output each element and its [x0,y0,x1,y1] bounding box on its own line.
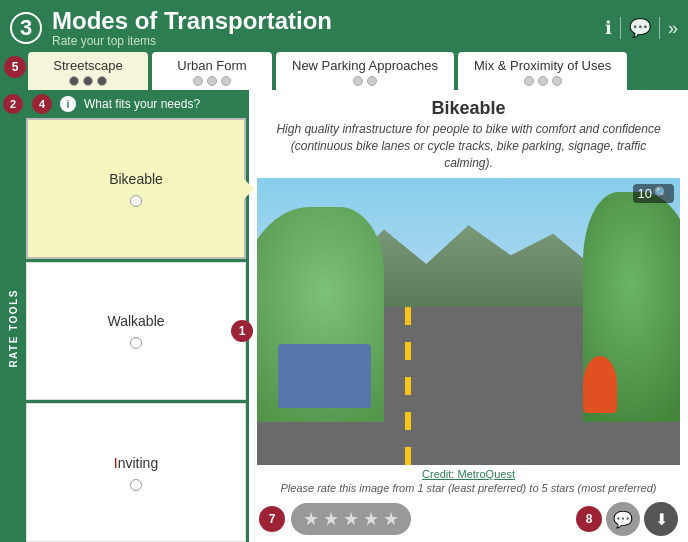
tab-streetscape-label: Streetscape [44,58,132,73]
star-1[interactable]: ★ [303,508,319,530]
page-title: Modes of Transportation [52,8,605,34]
tab-mix-proximity[interactable]: Mix & Proximity of Uses [458,52,627,90]
credit-link[interactable]: Credit: MetroQuest [249,465,688,481]
road-center-line [405,307,411,465]
info-text: What fits your needs? [84,97,200,111]
tab-streetscape[interactable]: Streetscape [28,52,148,90]
content-row: 2 RATE TOOLS 4 i What fits your needs? B… [0,90,688,542]
download-button[interactable]: ⬇ [644,502,678,536]
items-list: Bikeable 1 Walkable IInvitingnviting [26,118,246,542]
image-number: 10 [638,186,652,201]
expand-icon[interactable]: » [668,18,678,39]
right-panel-title: Bikeable [249,90,688,121]
item-bikeable-label: Bikeable [109,171,163,187]
action-icons: 8 💬 ⬇ [576,502,678,536]
app-container: 3 Modes of Transportation Rate your top … [0,0,688,542]
photo-scene [257,178,680,465]
list-item-walkable[interactable]: 1 Walkable [26,262,246,401]
tab-new-parking-dots [292,76,438,86]
divider2 [659,17,660,39]
info-bar: 4 i What fits your needs? [26,90,246,118]
tab-urban-form-label: Urban Form [168,58,256,73]
list-item-bikeable[interactable]: Bikeable [26,118,246,259]
info-circle-icon: i [60,96,76,112]
star-2[interactable]: ★ [323,508,339,530]
side-badge-2: 2 [3,94,23,114]
tab-urban-form-dots [168,76,256,86]
stars-rating[interactable]: ★ ★ ★ ★ ★ [291,503,411,535]
tab-mix-proximity-dots [474,76,611,86]
tab-urban-form[interactable]: Urban Form [152,52,272,90]
stars-badge: 7 [259,506,285,532]
tab-streetscape-dots [44,76,132,86]
divider [620,17,621,39]
star-3[interactable]: ★ [343,508,359,530]
info-badge: 4 [32,94,52,114]
parked-car [278,344,371,407]
zoom-icon: 🔍 [654,186,669,200]
cyclist-figure [583,356,617,413]
chat-icon[interactable]: 💬 [629,17,651,39]
rate-tools-label: RATE TOOLS [8,120,19,538]
header-title-block: Modes of Transportation Rate your top it… [52,8,605,48]
tab-new-parking-label: New Parking Approaches [292,58,438,73]
tab-mix-proximity-label: Mix & Proximity of Uses [474,58,611,73]
left-panel: 4 i What fits your needs? Bikeable 1 Wal… [26,90,246,542]
item-bikeable-dot [130,195,142,207]
item-walkable-label: Walkable [107,313,164,329]
comment-button[interactable]: 💬 [606,502,640,536]
item-inviting-red-letter: I [114,455,118,471]
tab-new-parking[interactable]: New Parking Approaches [276,52,454,90]
page-subtitle: Rate your top items [52,34,605,48]
right-panel: Bikeable High quality infrastructure for… [249,90,688,542]
header-number: 3 [10,12,42,44]
rating-instruction: Please rate this image from 1 star (leas… [249,481,688,498]
star-4[interactable]: ★ [363,508,379,530]
chevron-right-icon [244,179,254,199]
item-inviting-label: IInvitingnviting [114,455,158,471]
bikeable-image: 10 🔍 [257,178,680,465]
bottom-bar: 7 ★ ★ ★ ★ ★ 8 💬 ⬇ [249,498,688,542]
walkable-badge: 1 [231,320,253,342]
item-walkable-dot [130,337,142,349]
list-item-inviting[interactable]: IInvitingnviting [26,403,246,542]
header-icons: ℹ 💬 » [605,17,678,39]
tabs-badge: 5 [4,56,26,78]
star-5[interactable]: ★ [383,508,399,530]
header: 3 Modes of Transportation Rate your top … [0,0,688,52]
right-panel-description: High quality infrastructure for people t… [249,121,688,177]
action-badge: 8 [576,506,602,532]
item-inviting-dot [130,479,142,491]
zoom-badge[interactable]: 10 🔍 [633,184,674,203]
info-icon[interactable]: ℹ [605,17,612,39]
